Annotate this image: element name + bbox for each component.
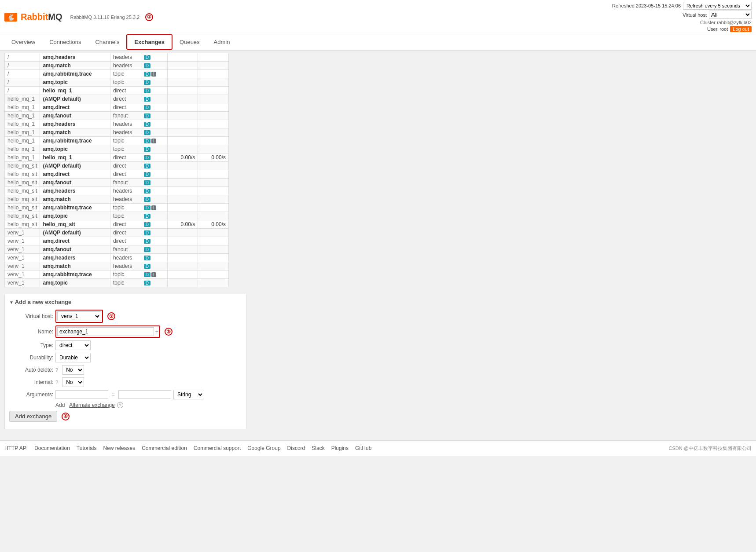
table-cell-rate-out — [198, 212, 229, 220]
annotation-circle-3: ③ — [165, 328, 172, 336]
table-row[interactable]: venv_1amq.matchheadersD — [5, 262, 229, 271]
footer-link-tutorials[interactable]: Tutorials — [77, 445, 97, 452]
name-box: + — [55, 325, 160, 338]
footer-link-documentation[interactable]: Documentation — [34, 445, 70, 452]
table-row[interactable]: venv_1amq.topictopicD — [5, 279, 229, 287]
table-row[interactable]: hello_mq_1amq.rabbitmq.tracetopicDI — [5, 137, 229, 145]
table-row[interactable]: hello_mq_1(AMQP default)directD — [5, 95, 229, 103]
alternate-exchange-link[interactable]: Alternate exchange — [69, 402, 114, 408]
footer-link-http-api[interactable]: HTTP API — [4, 445, 28, 452]
footer-link-plugins[interactable]: Plugins — [331, 445, 349, 452]
table-row[interactable]: /amq.matchheadersD — [5, 62, 229, 70]
table-row[interactable]: hello_mq_sitamq.topictopicD — [5, 212, 229, 220]
table-row[interactable]: /amq.topictopicD — [5, 78, 229, 87]
table-cell-type: direct — [110, 87, 141, 95]
table-cell-name: (AMQP default) — [43, 230, 81, 236]
table-cell-name: amq.direct — [43, 104, 70, 110]
main-content: /amq.headersheadersD/amq.matchheadersD/a… — [0, 51, 756, 431]
add-section-title[interactable]: Add a new exchange — [9, 299, 242, 305]
table-row[interactable]: venv_1amq.rabbitmq.tracetopicDI — [5, 271, 229, 279]
nav-channels[interactable]: Channels — [88, 35, 126, 50]
table-cell-rate-in — [167, 103, 198, 112]
autodelete-form-label: Auto delete: — [9, 367, 53, 373]
table-cell-name: amq.rabbitmq.trace — [43, 205, 92, 211]
footer-link-commercial-support[interactable]: Commercial support — [194, 445, 241, 452]
footer-link-google-group[interactable]: Google Group — [247, 445, 280, 452]
table-row[interactable]: hello_mq_sitamq.fanoutfanoutD — [5, 179, 229, 187]
table-cell-name: amq.headers — [43, 54, 75, 60]
badge-d: D — [144, 281, 150, 285]
arg-key-input[interactable] — [55, 390, 108, 399]
table-row[interactable]: hello_mq_1amq.directdirectD — [5, 103, 229, 112]
badge-d: D — [144, 130, 150, 135]
badge-d: D — [144, 164, 150, 168]
table-cell-vhost: venv_1 — [5, 254, 40, 262]
nav-queues[interactable]: Queues — [172, 35, 207, 50]
nav-exchanges[interactable]: Exchanges — [126, 34, 172, 50]
table-row[interactable]: /amq.rabbitmq.tracetopicDI — [5, 70, 229, 78]
footer-link-discord[interactable]: Discord — [287, 445, 305, 452]
table-row[interactable]: hello_mq_1hello_mq_1directD0.00/s0.00/s — [5, 154, 229, 162]
table-cell-type: direct — [110, 170, 141, 179]
table-cell-rate-out — [198, 254, 229, 262]
logout-button[interactable]: Log out — [730, 26, 752, 32]
virtual-host-select[interactable]: All / hello_mq_1 hello_mq_sit venv_1 — [709, 11, 752, 19]
footer-link-slack[interactable]: Slack — [312, 445, 324, 452]
exchange-table: /amq.headersheadersD/amq.matchheadersD/a… — [4, 53, 229, 287]
badge-d: D — [144, 113, 150, 118]
table-cell-name: amq.headers — [43, 255, 75, 261]
footer-link-commercial-edition[interactable]: Commercial edition — [142, 445, 187, 452]
table-row[interactable]: hello_mq_sitamq.directdirectD — [5, 170, 229, 179]
table-row[interactable]: venv_1amq.headersheadersD — [5, 254, 229, 262]
table-cell-rate-in — [167, 112, 198, 120]
table-cell-type: direct — [110, 237, 141, 245]
table-row[interactable]: hello_mq_sitamq.headersheadersD — [5, 187, 229, 195]
badge-d: D — [144, 55, 150, 60]
table-cell-name: amq.direct — [43, 238, 70, 244]
table-row[interactable]: /amq.headersheadersD — [5, 53, 229, 62]
table-row[interactable]: venv_1amq.fanoutfanoutD — [5, 245, 229, 254]
table-cell-rate-out — [198, 162, 229, 170]
table-row[interactable]: hello_mq_1amq.matchheadersD — [5, 128, 229, 137]
table-row[interactable]: hello_mq_sitamq.matchheadersD — [5, 195, 229, 204]
table-cell-rate-out — [198, 262, 229, 271]
vhost-form-select[interactable]: venv_1 / hello_mq_1 hello_mq_sit — [57, 311, 101, 321]
table-cell-rate-out — [198, 70, 229, 78]
type-form-select[interactable]: direct fanout topic headers — [55, 340, 91, 350]
table-row[interactable]: venv_1(AMQP default)directD — [5, 229, 229, 237]
table-cell-type: topic — [110, 78, 141, 87]
badge-d: D — [144, 97, 150, 102]
add-link[interactable]: Add — [55, 402, 65, 408]
name-form-input[interactable] — [57, 327, 154, 336]
table-cell-type: direct — [110, 103, 141, 112]
table-row[interactable]: hello_mq_sitamq.rabbitmq.tracetopicDI — [5, 204, 229, 212]
table-cell-vhost: hello_mq_sit — [5, 195, 40, 204]
nav-admin[interactable]: Admin — [207, 35, 237, 50]
arg-value-input[interactable] — [118, 390, 171, 399]
table-row[interactable]: /hello_mq_1directD — [5, 87, 229, 95]
table-row[interactable]: hello_mq_1amq.topictopicD — [5, 145, 229, 154]
autodelete-form-select[interactable]: No Yes — [62, 365, 84, 375]
internal-form-select[interactable]: No Yes — [62, 377, 84, 387]
table-cell-type: topic — [110, 279, 141, 287]
footer-link-github[interactable]: GitHub — [355, 445, 371, 452]
table-row[interactable]: hello_mq_1amq.headersheadersD — [5, 120, 229, 128]
add-exchange-button[interactable]: Add exchange — [9, 411, 57, 422]
badge-d: D — [144, 63, 150, 68]
refresh-select[interactable]: Refresh every 5 seconds No refresh Refre… — [683, 2, 752, 10]
table-row[interactable]: hello_mq_sit(AMQP default)directD — [5, 162, 229, 170]
nav-connections[interactable]: Connections — [42, 35, 88, 50]
table-cell-rate-out — [198, 95, 229, 103]
table-row[interactable]: venv_1amq.directdirectD — [5, 237, 229, 245]
table-row[interactable]: hello_mq_sithello_mq_sitdirectD0.00/s0.0… — [5, 220, 229, 229]
arg-type-select[interactable]: String Number List Boolean — [173, 390, 204, 399]
table-cell-name: hello_mq_sit — [43, 221, 75, 227]
table-row[interactable]: hello_mq_1amq.fanoutfanoutD — [5, 112, 229, 120]
alternate-exchange-help-icon[interactable]: ? — [117, 402, 123, 408]
durability-form-select[interactable]: Durable Transient — [55, 353, 91, 362]
type-form-row: Type: direct fanout topic headers — [9, 340, 242, 350]
badge-d: D — [144, 122, 150, 127]
footer-link-new-releases[interactable]: New releases — [103, 445, 135, 452]
nav-overview[interactable]: Overview — [4, 35, 42, 50]
table-cell-vhost: hello_mq_sit — [5, 170, 40, 179]
